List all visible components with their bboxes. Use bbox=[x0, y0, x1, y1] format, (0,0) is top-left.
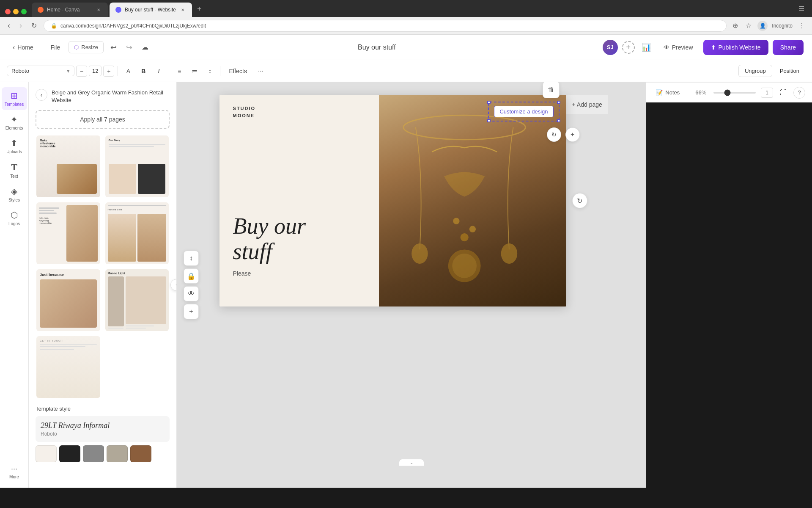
hero-image bbox=[379, 95, 566, 306]
forward-button[interactable]: › bbox=[17, 20, 25, 31]
sidebar-item-templates[interactable]: ⊞ Templates bbox=[2, 87, 27, 110]
rotate-btn[interactable]: ↻ bbox=[547, 127, 561, 142]
bold-btn[interactable]: B bbox=[137, 64, 150, 78]
page-collapse-handle[interactable]: ⌄ bbox=[399, 459, 424, 466]
template-style-section: Template style 29LT Riwaya Informal Robo… bbox=[36, 406, 170, 462]
position-button[interactable]: Position bbox=[774, 65, 805, 77]
align-btn[interactable]: ≡ bbox=[173, 64, 186, 78]
sidebar-item-text[interactable]: T Text bbox=[2, 158, 27, 182]
canvas-tool-select[interactable]: ↕ bbox=[184, 251, 199, 266]
page-view-btn[interactable]: 1 bbox=[761, 88, 773, 98]
tab-editor[interactable]: Buy our stuff - Website ✕ bbox=[110, 3, 192, 17]
color-swatch-brown[interactable] bbox=[130, 445, 151, 462]
back-button[interactable]: ‹ bbox=[5, 20, 13, 31]
preview-button[interactable]: 👁 Preview bbox=[658, 41, 699, 54]
share-button[interactable]: Share bbox=[773, 40, 804, 55]
project-title[interactable]: Buy our stuff bbox=[358, 44, 396, 51]
spacing-btn[interactable]: ↕ bbox=[203, 64, 217, 78]
page-headline[interactable]: Buy ourstuff bbox=[233, 214, 306, 264]
undo-button[interactable]: ↩ bbox=[108, 40, 119, 55]
browser-extension-icon[interactable]: ⊕ bbox=[731, 20, 740, 31]
effects-button[interactable]: Effects bbox=[224, 65, 252, 77]
transform-add-btn[interactable]: + bbox=[565, 127, 580, 142]
sidebar-item-logos[interactable]: ⬡ Logos bbox=[2, 207, 27, 229]
minimize-btn[interactable] bbox=[13, 9, 19, 14]
tab-editor-close[interactable]: ✕ bbox=[179, 6, 186, 13]
profile-icon[interactable]: 👤 bbox=[757, 21, 768, 31]
panel-back-btn[interactable]: ‹ bbox=[36, 89, 47, 101]
template-thumb-3[interactable]: I do, too.Anythingmemorable bbox=[36, 202, 101, 265]
canvas-tool-eye[interactable]: 👁 bbox=[184, 286, 199, 301]
tab-home[interactable]: Home - Canva ✕ bbox=[32, 3, 108, 17]
italic-btn[interactable]: I bbox=[152, 64, 165, 78]
tab-editor-label: Buy our stuff - Website bbox=[125, 7, 176, 13]
canvas-tool-add[interactable]: + bbox=[184, 304, 199, 319]
publish-label: Publish Website bbox=[719, 44, 761, 51]
template-thumb-7[interactable]: Get in Touch bbox=[36, 335, 101, 399]
redo-button[interactable]: ↪ bbox=[123, 40, 135, 55]
text-color-btn[interactable]: A bbox=[121, 64, 135, 78]
page-subtitle[interactable]: Please bbox=[233, 270, 251, 277]
color-swatch-warm-gray[interactable] bbox=[107, 445, 128, 462]
maximize-btn[interactable] bbox=[21, 9, 27, 14]
studio-line2: MOONE bbox=[233, 112, 256, 119]
headline-text: Buy ourstuff bbox=[233, 213, 306, 264]
reload-button[interactable]: ↻ bbox=[29, 21, 39, 30]
ungroup-button[interactable]: Ungroup bbox=[738, 65, 772, 77]
publish-button[interactable]: ⬆ Publish Website bbox=[703, 40, 768, 55]
help-btn[interactable]: ? bbox=[793, 87, 805, 99]
color-swatch-gray[interactable] bbox=[83, 445, 104, 462]
font-size-increase-btn[interactable]: + bbox=[103, 66, 114, 77]
format-separator-2 bbox=[169, 66, 169, 76]
file-button[interactable]: File bbox=[47, 41, 65, 53]
color-swatch-black[interactable] bbox=[59, 445, 80, 462]
color-swatches bbox=[36, 445, 170, 462]
main-layout: ⊞ Templates ✦ Elements ⬆ Uploads T Text … bbox=[0, 82, 812, 488]
add-collaborator-btn[interactable]: + bbox=[622, 41, 635, 54]
delete-element-btn[interactable]: 🗑 bbox=[543, 82, 560, 98]
bookmark-icon[interactable]: ☆ bbox=[744, 20, 753, 31]
window-menu-btn[interactable]: ☰ bbox=[796, 2, 807, 15]
home-button[interactable]: ‹ Home bbox=[8, 41, 38, 54]
format-separator-1 bbox=[118, 66, 118, 76]
list-btn[interactable]: ≔ bbox=[188, 64, 201, 78]
close-btn[interactable] bbox=[5, 9, 11, 14]
tab-home-favicon bbox=[38, 7, 44, 13]
sidebar-item-more[interactable]: ··· More bbox=[2, 461, 27, 483]
font-size-decrease-btn[interactable]: − bbox=[76, 66, 87, 77]
template-thumb-5[interactable]: Just because bbox=[36, 268, 101, 332]
canvas-tool-lock[interactable]: 🔒 bbox=[184, 268, 199, 284]
more-options-btn[interactable]: ··· bbox=[254, 65, 268, 77]
template-thumb-6[interactable]: Moone Light bbox=[104, 268, 170, 332]
elements-icon: ✦ bbox=[11, 114, 18, 124]
customize-design-btn[interactable]: Customize a design bbox=[494, 106, 553, 117]
resize-button[interactable]: ⬡ Resize bbox=[69, 41, 104, 53]
template-thumb-4[interactable]: From me to me bbox=[104, 202, 170, 265]
zoom-slider[interactable] bbox=[713, 92, 756, 94]
browser-menu-btn[interactable]: ⋮ bbox=[797, 20, 807, 31]
svg-point-1 bbox=[411, 243, 428, 264]
apply-all-pages-btn[interactable]: Apply all 7 pages bbox=[36, 110, 170, 129]
styles-label: Styles bbox=[8, 198, 20, 202]
stats-button[interactable]: 📊 bbox=[639, 40, 653, 55]
tab-home-close[interactable]: ✕ bbox=[95, 6, 102, 13]
panel-collapse-btn[interactable]: › bbox=[170, 279, 177, 291]
left-sidebar: ⊞ Templates ✦ Elements ⬆ Uploads T Text … bbox=[0, 82, 29, 488]
color-swatch-cream[interactable] bbox=[36, 445, 57, 462]
avatar[interactable]: SJ bbox=[603, 40, 618, 55]
template-thumb-1[interactable]: Makemilestonesmemorable bbox=[36, 135, 101, 198]
sidebar-item-elements[interactable]: ✦ Elements bbox=[2, 111, 27, 134]
new-tab-btn[interactable]: + bbox=[194, 3, 205, 15]
canvas-refresh-btn[interactable]: ↻ bbox=[572, 193, 587, 208]
format-toolbar: Roboto ▾ − 12 + A B I ≡ ≔ ↕ Effects ··· … bbox=[0, 60, 812, 82]
fullscreen-btn[interactable]: ⛶ bbox=[778, 87, 788, 98]
cloud-save-button[interactable]: ☁ bbox=[139, 41, 151, 54]
font-size-value: 12 bbox=[89, 66, 102, 76]
font-selector[interactable]: Roboto ▾ bbox=[7, 66, 74, 76]
notes-button[interactable]: 📝 Notes bbox=[653, 87, 682, 99]
template-thumb-2[interactable]: Our Story bbox=[104, 135, 170, 198]
sidebar-item-uploads[interactable]: ⬆ Uploads bbox=[2, 135, 27, 157]
add-page-bar[interactable]: + Add page bbox=[566, 95, 608, 114]
sidebar-item-styles[interactable]: ◈ Styles bbox=[2, 183, 27, 206]
address-bar[interactable]: 🔒 canva.com/design/DAFNVgs2_p0/f4CFnbQjx… bbox=[44, 20, 727, 32]
